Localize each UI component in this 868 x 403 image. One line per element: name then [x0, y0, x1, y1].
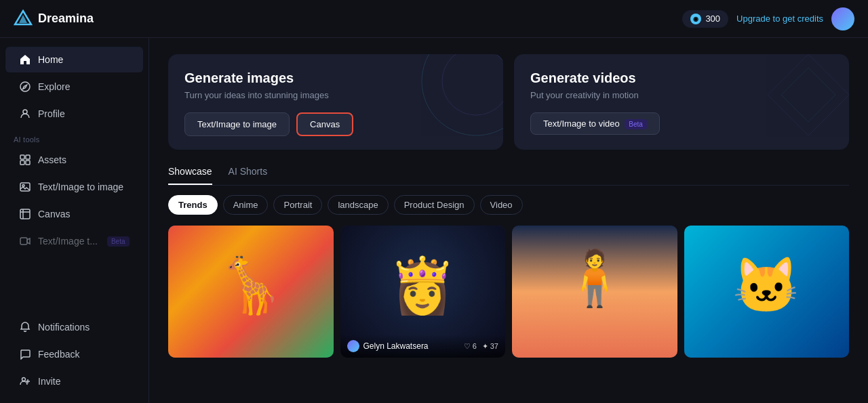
svg-point-3 [23, 110, 27, 114]
topnav: Dreamina ◉ 300 Upgrade to get credits [0, 0, 868, 38]
sidebar-item-canvas-label: Canvas [38, 209, 70, 219]
sidebar-item-assets[interactable]: Assets [5, 147, 143, 173]
card-stats: ♡ 6 ✦ 37 [464, 342, 498, 351]
bell-icon [19, 321, 31, 333]
sidebar-item-home[interactable]: Home [5, 47, 143, 72]
pill-product-design[interactable]: Product Design [394, 195, 475, 215]
layout: Home Explore Profile AI tools Assets T [0, 38, 868, 403]
image-card-woman[interactable] [512, 226, 677, 358]
sidebar-item-home-label: Home [38, 54, 63, 65]
logo-icon [14, 9, 33, 28]
canvas-icon [19, 208, 31, 220]
sidebar-item-notifications[interactable]: Notifications [5, 314, 143, 340]
sidebar-item-profile-label: Profile [38, 108, 65, 119]
beta-badge: Beta [107, 236, 130, 247]
sidebar-item-text-video-label: Text/Image t... [38, 236, 98, 247]
gen-videos-bg-decoration [754, 54, 849, 149]
gen-images-bg-decoration [408, 54, 503, 149]
svg-rect-6 [20, 161, 24, 165]
filter-pills: Trends Anime Portrait landscape Product … [168, 195, 849, 215]
sidebar-item-text-image[interactable]: Text/Image to image [5, 174, 143, 200]
video-beta-badge: Beta [625, 119, 647, 129]
svg-point-12 [22, 378, 26, 381]
image-woman [512, 226, 677, 358]
svg-point-9 [22, 185, 24, 187]
pill-landscape[interactable]: landscape [328, 195, 388, 215]
svg-rect-4 [20, 155, 24, 159]
image-icon [19, 181, 31, 193]
text-image-to-video-button[interactable]: Text/Image to video Beta [530, 112, 660, 135]
sidebar-item-canvas[interactable]: Canvas [5, 201, 143, 227]
sidebar-item-text-image-label: Text/Image to image [38, 182, 123, 192]
pill-anime[interactable]: Anime [223, 195, 269, 215]
topnav-right: ◉ 300 Upgrade to get credits [682, 7, 854, 30]
image-cat [684, 226, 850, 358]
logo-text: Dreamina [38, 12, 94, 26]
heart-icon: ♡ [464, 342, 471, 351]
sidebar-item-invite-label: Invite [38, 376, 60, 387]
main-content: Generate images Turn your ideas into stu… [149, 38, 868, 403]
generate-videos-card: Generate videos Put your creativity in m… [514, 54, 849, 150]
sidebar: Home Explore Profile AI tools Assets T [0, 38, 149, 403]
credits-badge: ◉ 300 [682, 10, 728, 28]
sidebar-item-feedback[interactable]: Feedback [5, 341, 143, 367]
grid-icon [19, 154, 31, 166]
sidebar-item-feedback-label: Feedback [38, 349, 79, 360]
upgrade-button[interactable]: Upgrade to get credits [736, 14, 823, 24]
svg-rect-5 [26, 155, 30, 159]
pill-video[interactable]: Video [480, 195, 523, 215]
compass-icon [19, 81, 31, 93]
svg-rect-10 [20, 209, 30, 219]
feedback-icon [19, 348, 31, 360]
sidebar-item-invite[interactable]: Invite [5, 368, 143, 394]
text-image-to-video-label: Text/Image to video [543, 119, 620, 129]
svg-point-14 [442, 54, 503, 115]
card-username: Gelyn Lakwatsera [363, 341, 429, 351]
pill-trends[interactable]: Trends [168, 195, 218, 215]
video-icon [19, 235, 31, 247]
sidebar-item-assets-label: Assets [38, 154, 66, 165]
user-avatar-small [347, 340, 359, 352]
sidebar-item-text-video[interactable]: Text/Image t... Beta [5, 228, 143, 254]
ai-tools-section-label: AI tools [0, 127, 149, 146]
credits-count: 300 [705, 14, 720, 24]
canvas-button[interactable]: Canvas [296, 112, 353, 136]
sidebar-item-explore[interactable]: Explore [5, 74, 143, 100]
invite-icon [19, 375, 31, 387]
generate-images-card: Generate images Turn your ideas into stu… [168, 54, 503, 150]
image-giraffe [168, 226, 334, 358]
home-icon [19, 54, 31, 66]
image-card-cat[interactable] [684, 226, 850, 358]
svg-rect-11 [20, 238, 27, 245]
image-card-giraffe[interactable] [168, 226, 334, 358]
image-grid: Gelyn Lakwatsera ♡ 6 ✦ 37 [168, 226, 849, 358]
image-card-lady[interactable]: Gelyn Lakwatsera ♡ 6 ✦ 37 [340, 226, 506, 358]
svg-point-13 [422, 54, 503, 135]
card-stars: ✦ 37 [482, 342, 498, 351]
sidebar-item-profile[interactable]: Profile [5, 101, 143, 127]
pill-portrait[interactable]: Portrait [273, 195, 322, 215]
sidebar-item-explore-label: Explore [38, 81, 70, 92]
image-card-info: Gelyn Lakwatsera ♡ 6 ✦ 37 [340, 335, 506, 358]
tab-showcase[interactable]: Showcase [168, 166, 212, 185]
star-icon: ✦ [482, 342, 488, 351]
card-user: Gelyn Lakwatsera [347, 340, 429, 352]
text-image-to-image-button[interactable]: Text/Image to image [184, 112, 290, 136]
tab-ai-shorts[interactable]: AI Shorts [229, 166, 268, 185]
svg-rect-7 [26, 161, 30, 165]
stars-count: 37 [490, 342, 498, 350]
sidebar-item-notifications-label: Notifications [38, 322, 90, 333]
likes-count: 6 [473, 342, 477, 350]
cards-row: Generate images Turn your ideas into stu… [168, 54, 849, 150]
user-icon [19, 108, 31, 120]
card-likes: ♡ 6 [464, 342, 477, 351]
credits-dot-icon: ◉ [690, 14, 701, 24]
showcase-tabs: Showcase AI Shorts [168, 166, 849, 186]
logo[interactable]: Dreamina [14, 9, 94, 28]
avatar[interactable] [831, 7, 854, 30]
